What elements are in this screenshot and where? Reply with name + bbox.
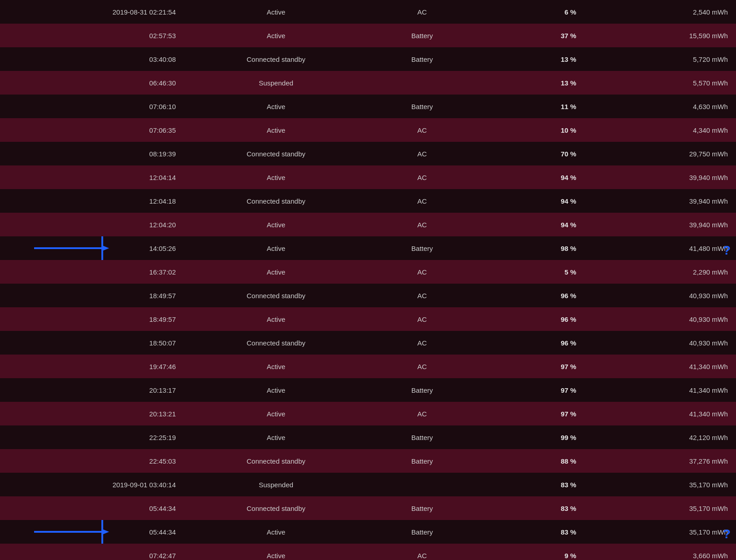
energy-cell: 39,940 mWh — [585, 189, 736, 213]
source-cell: Battery — [368, 47, 476, 71]
percent-cell: 9 % — [476, 544, 585, 560]
date-time-cell: 2019-08-31 02:21:54 — [0, 0, 184, 24]
state-cell: Connected standby — [184, 47, 368, 71]
percent-cell: 94 % — [476, 213, 585, 236]
state-cell: Active — [184, 24, 368, 47]
date-time-cell: 18:49:57 — [0, 307, 184, 331]
energy-cell: 37,276 mWh — [585, 449, 736, 473]
date-time-cell: 07:06:35 — [0, 118, 184, 142]
source-cell: AC — [368, 331, 476, 355]
state-cell: Connected standby — [184, 189, 368, 213]
date-time-cell: 06:46:30 — [0, 71, 184, 95]
date-time-cell: 12:04:14 — [0, 165, 184, 189]
date-time-cell: 16:37:02 — [0, 260, 184, 284]
percent-cell: 11 % — [476, 95, 585, 118]
table-row: 20:13:17ActiveBattery97 %41,340 mWh — [0, 378, 736, 402]
date-time-cell: 18:50:07 — [0, 331, 184, 355]
date-time-cell: 18:49:57 — [0, 284, 184, 307]
percent-cell: 97 % — [476, 402, 585, 425]
date-time-cell: 07:42:47 — [0, 544, 184, 560]
energy-cell: 29,750 mWh — [585, 142, 736, 165]
state-cell: Connected standby — [184, 142, 368, 165]
table-row: 06:46:30Suspended13 %5,570 mWh — [0, 71, 736, 95]
table-row: 22:45:03Connected standbyBattery88 %37,2… — [0, 449, 736, 473]
date-time-cell: 2019-09-01 03:40:14 — [0, 473, 184, 496]
source-cell: AC — [368, 355, 476, 378]
source-cell: AC — [368, 544, 476, 560]
table-row: 05:44:34Connected standbyBattery83 %35,1… — [0, 496, 736, 520]
source-cell: AC — [368, 402, 476, 425]
date-time-cell: 12:04:18 — [0, 189, 184, 213]
percent-cell: 37 % — [476, 24, 585, 47]
percent-cell: 98 % — [476, 236, 585, 260]
source-cell: AC — [368, 165, 476, 189]
energy-cell: 41,340 mWh — [585, 355, 736, 378]
percent-cell: 70 % — [476, 142, 585, 165]
state-cell: Active — [184, 544, 368, 560]
date-time-cell: 12:04:20 — [0, 213, 184, 236]
state-cell: Active — [184, 260, 368, 284]
source-cell: Battery — [368, 520, 476, 544]
percent-cell: 94 % — [476, 189, 585, 213]
energy-cell: 40,930 mWh — [585, 331, 736, 355]
source-cell — [368, 71, 476, 95]
table-row: 2019-09-01 03:40:14Suspended83 %35,170 m… — [0, 473, 736, 496]
energy-cell: 35,170 mWh — [585, 496, 736, 520]
state-cell: Active — [184, 95, 368, 118]
source-cell: AC — [368, 0, 476, 24]
percent-cell: 10 % — [476, 118, 585, 142]
energy-cell: 4,630 mWh — [585, 95, 736, 118]
percent-cell: 83 % — [476, 520, 585, 544]
energy-cell: 41,480 mWh — [585, 236, 736, 260]
source-cell: AC — [368, 307, 476, 331]
state-cell: Active — [184, 378, 368, 402]
date-time-cell: 02:57:53 — [0, 24, 184, 47]
source-cell: Battery — [368, 496, 476, 520]
percent-cell: 94 % — [476, 165, 585, 189]
energy-cell: 42,120 mWh — [585, 425, 736, 449]
source-cell: AC — [368, 189, 476, 213]
state-cell: Active — [184, 402, 368, 425]
table-row: 02:57:53ActiveBattery37 %15,590 mWh — [0, 24, 736, 47]
energy-cell: 4,340 mWh — [585, 118, 736, 142]
source-cell: Battery — [368, 378, 476, 402]
source-cell: AC — [368, 142, 476, 165]
source-cell: Battery — [368, 449, 476, 473]
state-cell: Suspended — [184, 71, 368, 95]
table-row: 07:42:47ActiveAC9 %3,660 mWh — [0, 544, 736, 560]
source-cell — [368, 473, 476, 496]
percent-cell: 97 % — [476, 378, 585, 402]
state-cell: Active — [184, 165, 368, 189]
table-row: 22:25:19ActiveBattery99 %42,120 mWh — [0, 425, 736, 449]
state-cell: Active — [184, 520, 368, 544]
energy-cell: 40,930 mWh — [585, 284, 736, 307]
state-cell: Active — [184, 355, 368, 378]
table-row: 08:19:39Connected standbyAC70 %29,750 mW… — [0, 142, 736, 165]
table-row: 16:37:02ActiveAC5 %2,290 mWh — [0, 260, 736, 284]
percent-cell: 6 % — [476, 0, 585, 24]
date-time-cell: 22:45:03 — [0, 449, 184, 473]
energy-cell: 40,930 mWh — [585, 307, 736, 331]
table-row: 20:13:21ActiveAC97 %41,340 mWh — [0, 402, 736, 425]
state-cell: Active — [184, 307, 368, 331]
percent-cell: 83 % — [476, 496, 585, 520]
percent-cell: 97 % — [476, 355, 585, 378]
percent-cell: 99 % — [476, 425, 585, 449]
date-time-cell: 14:05:26 — [0, 236, 184, 260]
main-container: 2019-08-31 02:21:54ActiveAC6 %2,540 mWh0… — [0, 0, 736, 560]
table-row: 12:04:20ActiveAC94 %39,940 mWh — [0, 213, 736, 236]
table-row: 14:05:26ActiveBattery98 %41,480 mWh — [0, 236, 736, 260]
state-cell: Connected standby — [184, 496, 368, 520]
state-cell: Active — [184, 213, 368, 236]
source-cell: AC — [368, 118, 476, 142]
percent-cell: 13 % — [476, 71, 585, 95]
state-cell: Suspended — [184, 473, 368, 496]
percent-cell: 83 % — [476, 473, 585, 496]
source-cell: Battery — [368, 236, 476, 260]
date-time-cell: 20:13:21 — [0, 402, 184, 425]
percent-cell: 88 % — [476, 449, 585, 473]
table-row: 07:06:10ActiveBattery11 %4,630 mWh — [0, 95, 736, 118]
energy-cell: 5,570 mWh — [585, 71, 736, 95]
date-time-cell: 03:40:08 — [0, 47, 184, 71]
source-cell: AC — [368, 284, 476, 307]
